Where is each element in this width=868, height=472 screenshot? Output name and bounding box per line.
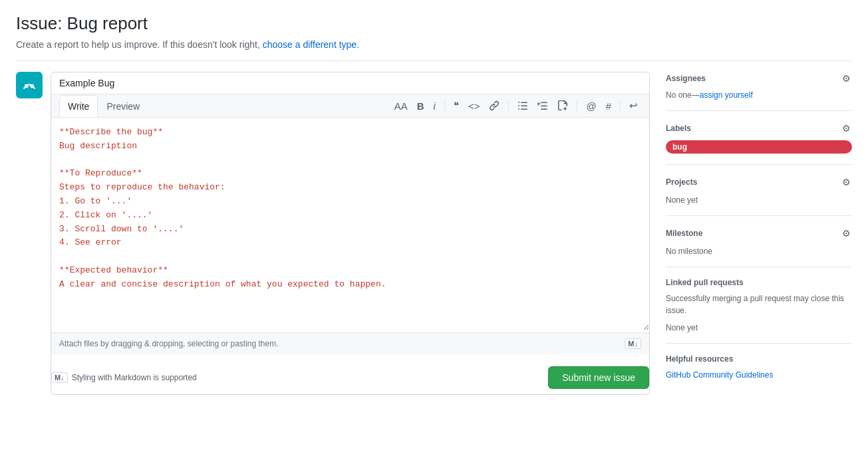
assignees-header: Assignees ⚙ — [666, 72, 852, 85]
labels-header: Labels ⚙ — [666, 122, 852, 135]
editor-area: Write Preview AA B i ❝ <> — [51, 72, 650, 395]
divider — [16, 60, 852, 61]
tab-write[interactable]: Write — [59, 95, 98, 117]
attach-bar: Attach files by dragging & dropping, sel… — [51, 332, 649, 354]
markdown-support-text: Styling with Markdown is supported — [72, 373, 197, 382]
code-btn[interactable]: <> — [465, 98, 484, 114]
milestone-header: Milestone ⚙ — [666, 227, 852, 240]
github-community-link[interactable]: GitHub Community Guidelines — [666, 370, 773, 380]
reply-btn[interactable]: ↩ — [626, 97, 641, 114]
toolbar-separator-2 — [508, 100, 509, 111]
subtitle: Create a report to help us improve. If t… — [16, 39, 852, 50]
assignees-gear-button[interactable]: ⚙ — [841, 72, 852, 85]
bold-btn[interactable]: B — [414, 98, 428, 114]
footer-md-icon: M↓ — [51, 372, 68, 383]
toolbar-separator-3 — [577, 100, 577, 111]
helpful-title: Helpful resources — [666, 354, 733, 364]
helpful-section: Helpful resources GitHub Community Guide… — [666, 344, 852, 390]
toolbar-separator-1 — [444, 100, 445, 111]
footer-row: M↓ Styling with Markdown is supported Su… — [51, 361, 649, 394]
mention-btn[interactable]: @ — [583, 98, 599, 114]
submit-new-issue-button[interactable]: Submit new issue — [548, 366, 649, 389]
milestone-gear-button[interactable]: ⚙ — [841, 227, 852, 240]
title-input[interactable] — [51, 72, 649, 94]
milestone-section: Milestone ⚙ No milestone — [666, 216, 852, 267]
toolbar-separator-4 — [620, 100, 621, 111]
svg-point-2 — [30, 84, 34, 88]
task-list-btn[interactable] — [554, 98, 571, 114]
right-sidebar: Assignees ⚙ No one—assign yourself Label… — [666, 72, 852, 390]
ordered-list-btn[interactable] — [534, 98, 551, 114]
main-layout: Write Preview AA B i ❝ <> — [16, 72, 852, 395]
avatar-area — [16, 72, 43, 395]
tab-bar: Write Preview AA B i ❝ <> — [51, 94, 649, 118]
milestone-none: No milestone — [666, 247, 712, 256]
assign-text: No one—assign yourself — [666, 90, 852, 100]
projects-section: Projects ⚙ None yet — [666, 165, 852, 216]
svg-point-1 — [25, 84, 29, 88]
linked-pr-title: Linked pull requests — [666, 278, 744, 287]
heading-btn[interactable]: AA — [391, 98, 411, 114]
linked-pr-description: Successfully merging a pull request may … — [666, 293, 852, 316]
issue-body-textarea[interactable]: **Describe the bug** Bug description **T… — [51, 118, 649, 330]
tab-preview[interactable]: Preview — [98, 95, 148, 117]
labels-section: Labels ⚙ bug — [666, 111, 852, 165]
unordered-list-btn[interactable] — [514, 98, 531, 114]
left-column: Write Preview AA B i ❝ <> — [16, 72, 650, 395]
linked-pr-none: None yet — [666, 323, 698, 332]
footer-left: M↓ Styling with Markdown is supported — [51, 372, 197, 383]
linked-pr-header: Linked pull requests — [666, 278, 852, 287]
assignees-title: Assignees — [666, 74, 706, 83]
avatar — [16, 72, 43, 98]
label-badge-bug[interactable]: bug — [666, 140, 852, 154]
projects-title: Projects — [666, 177, 697, 187]
ref-btn[interactable]: # — [603, 98, 615, 114]
assign-yourself-link[interactable]: assign yourself — [700, 90, 753, 100]
assignees-section: Assignees ⚙ No one—assign yourself — [666, 72, 852, 111]
toolbar: AA B i ❝ <> — [391, 94, 641, 117]
markdown-icon: M↓ — [625, 338, 641, 349]
choose-type-link[interactable]: choose a different type. — [263, 39, 359, 50]
projects-gear-button[interactable]: ⚙ — [841, 176, 852, 189]
linked-pr-section: Linked pull requests Successfully mergin… — [666, 267, 852, 344]
helpful-header: Helpful resources — [666, 354, 852, 364]
milestone-title: Milestone — [666, 229, 702, 238]
attach-text: Attach files by dragging & dropping, sel… — [59, 339, 279, 348]
page-title: Issue: Bug report — [16, 13, 852, 34]
link-btn[interactable] — [486, 98, 503, 114]
projects-none: None yet — [666, 195, 698, 205]
quote-btn[interactable]: ❝ — [450, 97, 462, 114]
labels-title: Labels — [666, 124, 691, 133]
italic-btn[interactable]: i — [430, 98, 439, 114]
content-area: **Describe the bug** Bug description **T… — [51, 118, 649, 332]
projects-header: Projects ⚙ — [666, 176, 852, 189]
labels-gear-button[interactable]: ⚙ — [841, 122, 852, 135]
